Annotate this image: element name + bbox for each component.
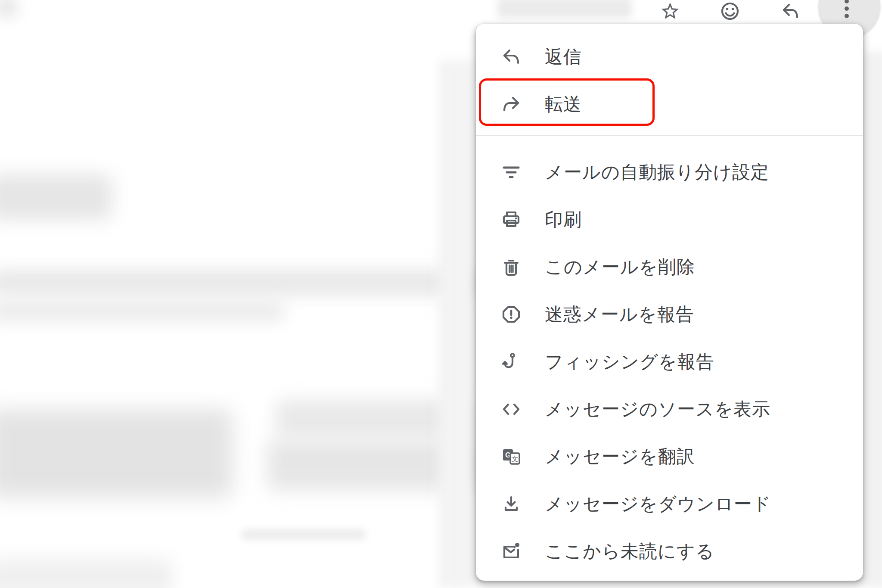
reply-icon	[501, 47, 522, 67]
menu-item-delete[interactable]: このメールを削除	[476, 243, 863, 291]
menu-item-label: フィッシングを報告	[545, 350, 714, 374]
forward-icon	[501, 94, 522, 115]
menu-item-print[interactable]: 印刷	[476, 196, 863, 243]
message-more-menu: 返信 転送 メールの自動振り分け設定	[476, 24, 863, 581]
menu-item-report-phishing[interactable]: フィッシングを報告	[476, 338, 863, 386]
blurred-content	[0, 409, 233, 498]
code-icon	[501, 399, 522, 420]
report-spam-icon	[501, 304, 522, 325]
menu-item-reply[interactable]: 返信	[476, 33, 863, 81]
blurred-content	[241, 529, 366, 540]
emoji-icon[interactable]	[720, 1, 740, 22]
menu-item-label: 印刷	[545, 208, 582, 232]
menu-item-label: ここから未読にする	[545, 539, 714, 563]
menu-item-label: メールの自動振り分け設定	[545, 160, 769, 184]
svg-text:文: 文	[512, 455, 519, 463]
blurred-content	[0, 174, 112, 220]
menu-item-forward[interactable]: 転送	[476, 81, 863, 128]
menu-item-label: 返信	[545, 45, 582, 69]
menu-item-show-source[interactable]: メッセージのソースを表示	[476, 386, 863, 433]
menu-item-label: メッセージのソースを表示	[545, 397, 770, 421]
print-icon	[501, 209, 522, 230]
blurred-content	[438, 60, 475, 588]
translate-icon: G 文	[501, 446, 522, 467]
blurred-content	[0, 0, 17, 17]
menu-item-report-spam[interactable]: 迷惑メールを報告	[476, 291, 863, 338]
phishing-hook-icon	[501, 352, 522, 372]
star-icon[interactable]	[660, 1, 680, 22]
filter-icon	[501, 162, 522, 183]
menu-item-label: 迷惑メールを報告	[545, 302, 694, 327]
menu-item-label: メッセージをダウンロード	[545, 492, 771, 516]
menu-item-download[interactable]: メッセージをダウンロード	[476, 480, 863, 528]
blurred-content	[0, 269, 487, 296]
menu-item-mark-unread[interactable]: ここから未読にする	[476, 528, 863, 575]
menu-item-label: 転送	[545, 92, 582, 116]
blurred-content	[497, 0, 632, 18]
menu-item-label: このメールを削除	[545, 255, 695, 279]
trash-icon	[501, 257, 522, 277]
menu-item-translate[interactable]: G 文 メッセージを翻訳	[476, 433, 863, 480]
blurred-content	[0, 299, 284, 322]
reply-icon[interactable]	[780, 1, 801, 22]
menu-item-filter-messages[interactable]: メールの自動振り分け設定	[476, 149, 863, 196]
more-options-icon[interactable]	[836, 0, 857, 18]
blurred-content	[861, 52, 882, 588]
menu-item-label: メッセージを翻訳	[545, 445, 695, 469]
menu-separator	[476, 135, 863, 136]
gmail-message-view: 返信 転送 メールの自動振り分け設定	[0, 0, 882, 588]
download-icon	[501, 494, 522, 514]
mark-unread-icon	[501, 541, 522, 562]
blurred-content	[0, 559, 172, 588]
